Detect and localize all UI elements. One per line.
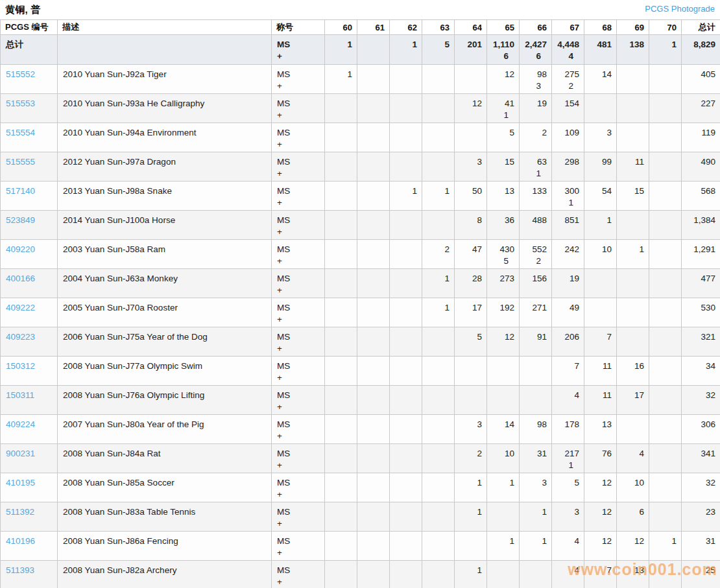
row-total-cell: 23 [682, 502, 720, 532]
grade-63-cell [422, 473, 455, 502]
description-cell: 2008 Yuan Sun-J77a Olympic Swim [58, 357, 272, 386]
pcgs-number-link[interactable]: 515552 [6, 69, 35, 79]
grade-69-cell: 12 [617, 532, 649, 561]
totals-grade-68: 481 [584, 35, 617, 65]
pcgs-number-cell: 410195 [1, 473, 58, 502]
grade-68-cell-count: 3 [586, 127, 612, 139]
description-cell: 2010 Yuan Sun-J94a Environment [58, 123, 272, 152]
totals-grade-69-count: 138 [618, 39, 644, 51]
row-total-cell: 25 [682, 561, 720, 588]
grade-61-cell [357, 502, 390, 532]
pcgs-number-link[interactable]: 515555 [6, 157, 35, 167]
grade-68-cell-count: 7 [586, 565, 612, 576]
grade-65-cell-count: 12 [488, 69, 514, 80]
grade-65-cell [487, 357, 520, 386]
grade-66-cell-count: 63 [521, 156, 547, 168]
grade-64-cell-count: 47 [456, 244, 482, 255]
grade-65-cell-count: 36 [488, 215, 514, 226]
pcgs-number-link[interactable]: 150311 [6, 390, 34, 400]
pcgs-number-link[interactable]: 511392 [6, 507, 34, 517]
grade-69-cell: 16 [617, 357, 649, 386]
pcgs-number-link[interactable]: 517140 [6, 186, 35, 196]
grade-65-cell: 13 [487, 182, 520, 211]
grade-70-cell [649, 269, 682, 298]
grade-69-cell: 4 [617, 444, 649, 473]
grade-66-cell: 2 [520, 123, 552, 152]
pcgs-number-link[interactable]: 515554 [6, 128, 35, 137]
totals-grade-62: 1 [390, 35, 422, 65]
pcgs-number-link[interactable]: 400166 [6, 274, 35, 283]
row-total-cell: 1,291 [682, 240, 720, 269]
grade-64-cell: 12 [455, 94, 487, 123]
grade-70-cell [649, 152, 682, 182]
designation-line: MS [277, 302, 322, 314]
pcgs-number-link[interactable]: 515553 [6, 99, 35, 108]
table-row: 5155542010 Yuan Sun-J94a EnvironmentMS+5… [1, 123, 720, 152]
grade-67-cell: 178 [552, 415, 584, 444]
pcgs-number-link[interactable]: 409224 [6, 419, 35, 429]
grade-63-cell: 2 [422, 240, 455, 269]
grade-66-cell-count: 271 [521, 302, 547, 314]
grade-69-cell [617, 65, 649, 94]
pcgs-number-link[interactable]: 900231 [6, 449, 35, 458]
grade-63-cell [422, 532, 455, 561]
grade-69-cell [617, 327, 649, 357]
grade-66-cell-count: 98 [521, 419, 547, 430]
designation-cell: MS+ [272, 357, 325, 386]
grade-69-cell [617, 211, 649, 240]
grade-70-cell [649, 327, 682, 357]
totals-grade-63-count: 5 [424, 39, 450, 51]
pcgs-number-link[interactable]: 150312 [6, 361, 35, 371]
pcgs-number-link[interactable]: 409222 [6, 303, 35, 312]
grade-67-cell-count: 109 [553, 127, 579, 139]
grade-63-cell: 1 [422, 298, 455, 327]
grade-65-cell-plus-count: 5 [488, 255, 514, 267]
grade-65-cell: 15 [487, 152, 520, 182]
totals-grade-65: 1,1106 [487, 35, 520, 65]
row-total-cell: 490 [682, 152, 720, 182]
grade-63-cell-count: 2 [424, 244, 450, 255]
grade-69-cell [617, 269, 649, 298]
row-total-cell: 1,384 [682, 211, 720, 240]
grade-63-cell-count: 1 [424, 302, 450, 314]
designation-line: + [277, 518, 322, 530]
grade-68-cell: 14 [584, 65, 617, 94]
pcgs-number-link[interactable]: 410195 [6, 478, 35, 488]
pcgs-number-link[interactable]: 409220 [6, 244, 35, 254]
grade-61-cell [357, 444, 390, 473]
grade-67-cell: 206 [552, 327, 584, 357]
header-grade-60: 60 [325, 20, 357, 35]
table-row: 5113932008 Yuan Sun-J82a ArcheryMS+14713… [1, 561, 720, 588]
table-row: 9002312008 Yuan Sun-J84a RatMS+210312171… [1, 444, 720, 473]
grade-70-cell [649, 211, 682, 240]
grade-60-cell [325, 473, 357, 502]
grade-64-cell [455, 386, 487, 415]
totals-row: 总计MS+1152011,11062,42764,448448113818,82… [1, 35, 720, 65]
grade-67-cell-count: 4 [553, 565, 579, 576]
pcgs-number-link[interactable]: 523849 [6, 215, 35, 225]
pcgs-number-link[interactable]: 409223 [6, 332, 35, 342]
row-total-cell: 31 [682, 532, 720, 561]
grade-63-cell [422, 357, 455, 386]
grade-64-cell: 3 [455, 152, 487, 182]
grade-62-cell [390, 152, 422, 182]
grade-62-cell: 1 [390, 182, 422, 211]
totals-grade-70: 1 [649, 35, 682, 65]
table-header-row: PCGS 编号描述称号6061626364656667686970总计 [1, 20, 720, 35]
row-total-cell: 321 [682, 327, 720, 357]
grade-64-cell-count: 3 [456, 419, 482, 430]
grade-70-cell [649, 473, 682, 502]
pcgs-number-link[interactable]: 511393 [6, 565, 34, 575]
pcgs-number-link[interactable]: 410196 [6, 536, 35, 546]
grade-67-cell-count: 4 [553, 390, 579, 401]
grade-64-cell: 8 [455, 211, 487, 240]
grade-68-cell: 7 [584, 327, 617, 357]
grade-67-cell: 2752 [552, 65, 584, 94]
designation-cell: MS+ [272, 182, 325, 211]
header-grade-65: 65 [487, 20, 520, 35]
photograde-link[interactable]: PCGS Photograde [645, 4, 715, 14]
grade-67-cell-count: 206 [553, 331, 579, 343]
pcgs-number-cell: 409220 [1, 240, 58, 269]
grade-64-cell: 2 [455, 444, 487, 473]
grade-66-cell-count: 1 [521, 506, 547, 518]
